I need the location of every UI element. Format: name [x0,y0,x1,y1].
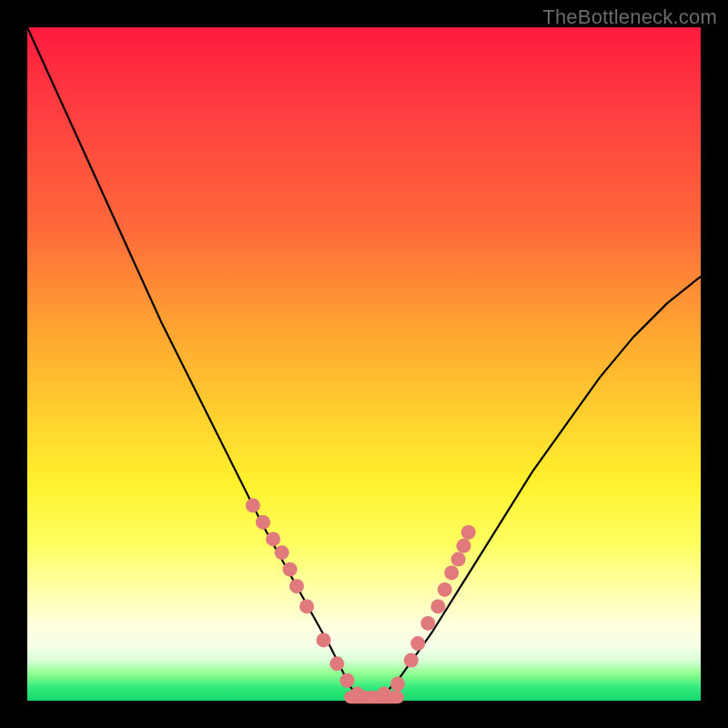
data-point [329,656,344,671]
data-point [444,565,459,580]
data-point [404,653,419,668]
data-point [457,539,471,553]
data-point [256,515,270,530]
data-point [299,599,314,613]
data-point [350,687,365,702]
data-point [317,632,331,647]
data-point [340,673,355,688]
data-point [390,677,405,692]
data-point [377,687,391,702]
chart-frame: TheBottleneck.com [0,0,728,728]
watermark-text: TheBottleneck.com [542,5,717,29]
data-point [246,498,260,512]
chart-svg [27,27,701,701]
data-point-markers [246,498,476,701]
data-point [275,545,289,560]
data-point [420,616,435,631]
data-point [430,599,445,613]
data-point [289,579,304,593]
data-point [461,525,476,540]
data-point [266,531,280,546]
data-point [410,636,425,651]
data-point [283,562,298,577]
plot-area [27,27,701,701]
bottleneck-curve [27,27,701,701]
curve-path [27,27,701,701]
data-point [438,582,452,597]
data-point [451,552,466,567]
